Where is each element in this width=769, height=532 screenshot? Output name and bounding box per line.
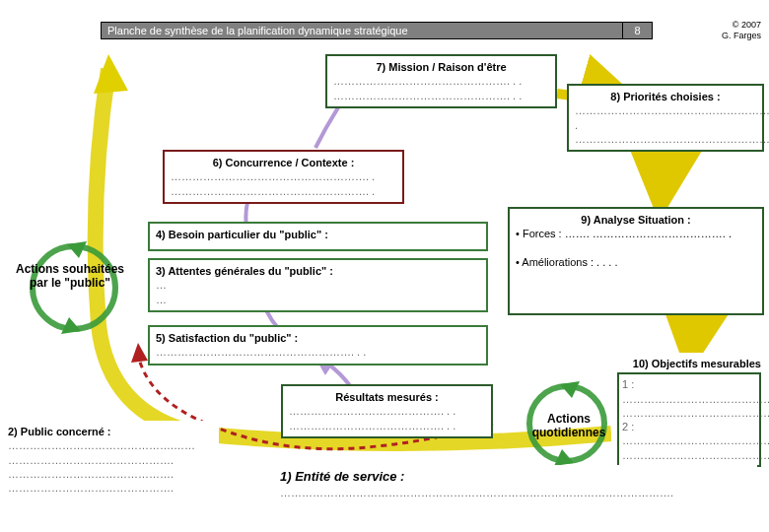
box-attentes-title: 3) Attentes générales du "public" : (156, 264, 480, 278)
label-actions-quotidiennes: Actions quotidiennes (515, 412, 623, 440)
header-number: 8 (622, 23, 652, 38)
box-resultats-title: Résultats mesurés : (289, 390, 485, 404)
box-priorites-dots2: ………………………………………………… (575, 132, 756, 146)
box-mission: 7) Mission / Raison d'être …………………………………… (325, 54, 557, 108)
box-analyse-amel: • Améliorations : . . . . (516, 255, 756, 269)
box-mission-dots1: …………………………………………. . . (333, 74, 549, 88)
box-objectifs-l2: ………………………………………… (622, 406, 756, 420)
box-satisfaction-dots: ………………………………………………. . . (156, 345, 480, 359)
box-analyse: 9) Analyse Situation : • Forces : ……. ……… (508, 207, 764, 315)
copyright: © 2007 G. Farges (722, 20, 761, 41)
box-mission-dots2: …………………………………………. . . (333, 89, 549, 102)
box-concurrence-dots1: ………………………………………………. . (171, 169, 396, 183)
box-besoin: 4) Besoin particulier du "public" : (148, 222, 488, 251)
label-actions-public: Actions souhaitées par le "public" (6, 262, 134, 291)
box-concurrence-title: 6) Concurrence / Contexte : (171, 156, 396, 169)
box-objectifs: 10) Objectifs mesurables 1 : ……………………………… (611, 353, 767, 471)
box-public-title: 2) Public concerné : (8, 425, 213, 438)
header-title: Planche de synthèse de la planification … (102, 25, 622, 36)
box-resultats-dots1: ……………………………………. . . (289, 404, 485, 418)
box-attentes-dots2: … (156, 293, 480, 306)
header-bar: Planche de synthèse de la planification … (101, 22, 653, 39)
box-resultats: Résultats mesurés : ……………………………………. . . … (281, 384, 493, 438)
box-mission-title: 7) Mission / Raison d'être (333, 60, 549, 74)
box-priorites: 8) Priorités choisies : …………………………………………… (567, 84, 764, 152)
box-public-dots: ……………………………………….…… ………………………………………. …………… (8, 438, 213, 495)
box-besoin-title: 4) Besoin particulier du "public" : (156, 228, 480, 241)
box-objectifs-l3: 2 : …………………………………… (622, 420, 756, 448)
box-entite-dots: ………………………………………………………………………………………………. (280, 486, 751, 499)
box-analyse-forces: • Forces : ……. ………………………………. . (516, 227, 756, 240)
box-analyse-title: 9) Analyse Situation : (516, 213, 756, 227)
box-entite-title: 1) Entité de service : (280, 469, 751, 486)
box-attentes: 3) Attentes générales du "public" : … … (148, 258, 488, 312)
box-satisfaction-title: 5) Satisfaction du "public" : (156, 331, 480, 345)
box-objectifs-l1: 1 : …………………………………… (622, 377, 756, 406)
box-concurrence-dots2: ………………………………………………. . (171, 184, 396, 198)
copyright-year: © 2007 (722, 20, 761, 31)
box-satisfaction: 5) Satisfaction du "public" : …………………………… (148, 325, 488, 366)
box-objectifs-title: 10) Objectifs mesurables (617, 357, 761, 370)
box-public: 2) Public concerné : ……………………………………….…… … (2, 421, 219, 499)
box-attentes-dots1: … (156, 278, 480, 292)
box-concurrence: 6) Concurrence / Contexte : ………………………………… (163, 150, 404, 204)
copyright-author: G. Farges (722, 31, 761, 41)
box-priorites-dots1: …………………………………………………. . (575, 103, 756, 132)
box-entite: 1) Entité de service : ……………………………………………… (274, 465, 757, 503)
box-resultats-dots2: ……………………………………. . . (289, 419, 485, 432)
box-priorites-title: 8) Priorités choisies : (575, 90, 756, 103)
box-objectifs-l4: ………………………………………… (622, 448, 756, 462)
